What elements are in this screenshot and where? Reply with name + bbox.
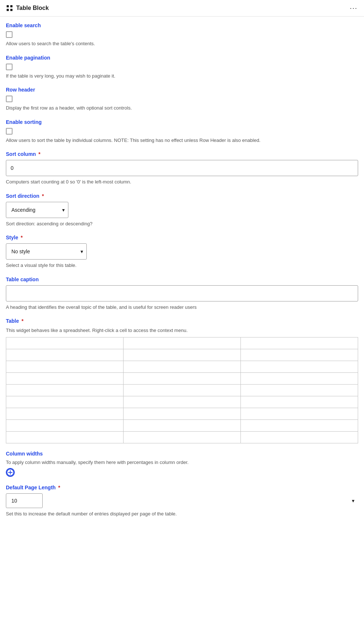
table-cell[interactable] <box>241 419 358 431</box>
table-cell[interactable] <box>6 384 124 396</box>
table-row <box>6 337 358 349</box>
table-cell[interactable] <box>124 419 241 431</box>
svg-rect-3 <box>10 9 13 11</box>
enable-search-label: Enable search <box>6 22 358 28</box>
table-caption-field: Table caption A heading that identifies … <box>6 276 358 311</box>
table-cell[interactable] <box>6 419 124 431</box>
sort-direction-description: Sort direction: ascending or descending? <box>6 220 358 228</box>
table-cell[interactable] <box>6 337 124 349</box>
sort-column-label: Sort column * <box>6 151 358 157</box>
table-block-panel: Table Block ··· Enable search Allow user… <box>0 0 364 531</box>
table-cell[interactable] <box>6 408 124 419</box>
default-page-length-required: * <box>57 485 60 490</box>
table-cell[interactable] <box>124 337 241 349</box>
table-cell[interactable] <box>124 431 241 443</box>
table-cell[interactable] <box>6 372 124 384</box>
enable-pagination-checkbox[interactable] <box>6 64 13 70</box>
enable-pagination-description: If the table is very long, you may wish … <box>6 72 358 80</box>
default-page-length-field: Default Page Length * 10 25 50 100 ▾ Set… <box>6 485 358 518</box>
sort-column-input[interactable] <box>6 160 358 176</box>
table-caption-input[interactable] <box>6 285 358 301</box>
row-header-description: Display the first row as a header, with … <box>6 104 358 112</box>
table-cell[interactable] <box>124 408 241 419</box>
table-cell[interactable] <box>6 361 124 372</box>
row-header-checkbox[interactable] <box>6 96 13 102</box>
sort-column-field: Sort column * Computers start counting a… <box>6 151 358 186</box>
table-cell[interactable] <box>6 431 124 443</box>
style-select-wrapper: No style Stripes Alternating rows ▾ <box>6 243 87 260</box>
style-select[interactable]: No style Stripes Alternating rows <box>6 243 87 260</box>
table-row <box>6 408 358 419</box>
table-caption-description: A heading that identifies the overall to… <box>6 304 358 311</box>
enable-sorting-checkbox-wrapper <box>6 128 358 135</box>
enable-search-checkbox-wrapper <box>6 31 358 38</box>
style-required: * <box>19 235 22 240</box>
svg-rect-2 <box>7 9 9 11</box>
table-cell[interactable] <box>241 372 358 384</box>
svg-rect-1 <box>10 5 13 7</box>
table-cell[interactable] <box>241 396 358 408</box>
table-row <box>6 419 358 431</box>
table-caption-label: Table caption <box>6 276 358 282</box>
enable-pagination-label: Enable pagination <box>6 55 358 61</box>
sort-column-required: * <box>37 151 40 157</box>
panel-content: Enable search Allow users to search the … <box>0 17 364 531</box>
enable-sorting-label: Enable sorting <box>6 119 358 125</box>
enable-sorting-checkbox[interactable] <box>6 128 13 135</box>
column-widths-field: Column widths To apply column widths man… <box>6 451 358 478</box>
table-row <box>6 349 358 361</box>
panel-header: Table Block ··· <box>0 0 364 17</box>
enable-pagination-checkbox-wrapper <box>6 64 358 70</box>
enable-sorting-description: Allow users to sort the table by individ… <box>6 137 358 144</box>
table-field: Table * This widget behaves like a sprea… <box>6 318 358 443</box>
more-options-button[interactable]: ··· <box>349 4 358 12</box>
column-widths-label: Column widths <box>6 451 358 457</box>
table-cell[interactable] <box>124 384 241 396</box>
spreadsheet-table[interactable] <box>6 337 358 443</box>
column-widths-description: To apply column widths manually, specify… <box>6 459 358 466</box>
enable-search-field: Enable search Allow users to search the … <box>6 22 358 47</box>
svg-rect-0 <box>7 5 9 7</box>
default-page-length-description: Set this to increase the default number … <box>6 510 358 518</box>
table-cell[interactable] <box>6 349 124 361</box>
table-row <box>6 361 358 372</box>
table-cell[interactable] <box>241 349 358 361</box>
table-label: Table * <box>6 318 358 324</box>
enable-search-checkbox[interactable] <box>6 31 13 38</box>
add-column-button[interactable] <box>6 468 15 477</box>
sort-direction-label: Sort direction * <box>6 193 358 199</box>
table-cell[interactable] <box>241 431 358 443</box>
table-cell[interactable] <box>124 361 241 372</box>
table-cell[interactable] <box>124 372 241 384</box>
table-row <box>6 372 358 384</box>
row-header-field: Row header Display the first row as a he… <box>6 87 358 112</box>
table-description: This widget behaves like a spreadsheet. … <box>6 327 358 334</box>
sort-column-description: Computers start counting at 0 so '0' is … <box>6 178 358 186</box>
row-header-label: Row header <box>6 87 358 93</box>
default-page-length-select[interactable]: 10 25 50 100 <box>6 493 43 508</box>
sort-direction-select-wrapper: Ascending Descending ▾ <box>6 202 68 218</box>
enable-search-description: Allow users to search the table's conten… <box>6 40 358 47</box>
panel-title-group: Table Block <box>6 4 49 12</box>
style-description: Select a visual style for this table. <box>6 262 358 269</box>
table-cell[interactable] <box>124 396 241 408</box>
table-cell[interactable] <box>241 384 358 396</box>
default-page-length-label: Default Page Length * <box>6 485 358 490</box>
table-cell[interactable] <box>241 361 358 372</box>
table-cell[interactable] <box>124 349 241 361</box>
enable-pagination-field: Enable pagination If the table is very l… <box>6 55 358 80</box>
style-field: Style * No style Stripes Alternating row… <box>6 235 358 269</box>
grid-icon <box>6 4 13 12</box>
table-cell[interactable] <box>6 396 124 408</box>
table-cell[interactable] <box>241 337 358 349</box>
table-cell[interactable] <box>241 408 358 419</box>
sort-direction-field: Sort direction * Ascending Descending ▾ … <box>6 193 358 228</box>
enable-sorting-field: Enable sorting Allow users to sort the t… <box>6 119 358 144</box>
sort-direction-required: * <box>40 193 44 199</box>
table-row <box>6 396 358 408</box>
table-row <box>6 384 358 396</box>
default-page-length-select-wrapper: 10 25 50 100 ▾ <box>6 493 358 508</box>
style-label: Style * <box>6 235 358 240</box>
default-page-length-chevron-icon: ▾ <box>352 498 354 504</box>
sort-direction-select[interactable]: Ascending Descending <box>6 202 68 218</box>
